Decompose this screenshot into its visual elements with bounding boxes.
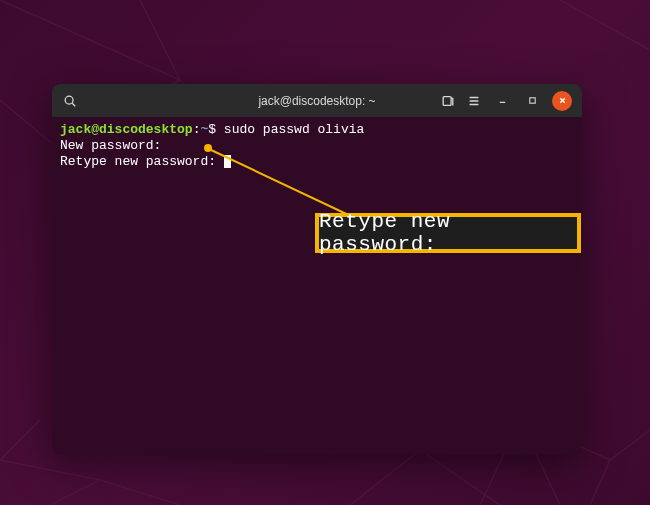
window-title: jack@discodesktop: ~ [258,94,375,108]
maximize-button[interactable] [522,91,542,111]
svg-line-1 [72,103,75,106]
svg-point-0 [65,96,73,104]
terminal-window: jack@discodesktop: ~ [52,84,582,454]
cursor [224,155,231,168]
terminal-line: New password: [60,138,574,154]
menu-icon[interactable] [466,93,482,109]
search-icon[interactable] [62,93,78,109]
close-button[interactable] [552,91,572,111]
command-text: sudo passwd olivia [216,122,364,137]
terminal-line: jack@discodesktop:~$ sudo passwd olivia [60,122,574,138]
prompt-user-host: jack@discodesktop [60,122,193,137]
titlebar: jack@discodesktop: ~ [52,84,582,117]
callout-text: Retype new password: [319,210,577,256]
terminal-body[interactable]: jack@discodesktop:~$ sudo passwd olivia … [52,117,582,175]
svg-rect-2 [443,96,451,105]
terminal-line: Retype new password: [60,154,574,170]
callout-anchor-dot [204,144,212,152]
new-tab-icon[interactable] [440,93,456,109]
minimize-button[interactable] [492,91,512,111]
terminal-output: Retype new password: [60,154,224,169]
prompt-symbol: $ [208,122,216,137]
callout-box: Retype new password: [315,213,581,253]
svg-rect-7 [529,98,534,103]
